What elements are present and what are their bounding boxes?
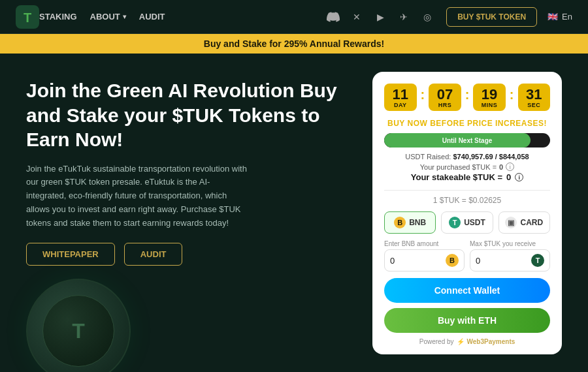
buy-tuk-button[interactable]: BUY $TUK TOKEN	[446, 7, 537, 27]
telegram-icon[interactable]: ✈	[397, 10, 411, 24]
instagram-icon[interactable]: ◎	[420, 10, 434, 24]
purchased-row: Your purchased $TUK = 0 i	[384, 163, 550, 171]
twitter-icon[interactable]: ✕	[350, 10, 364, 24]
flag-icon: 🇬🇧	[547, 12, 558, 22]
tuk-input-label: Max $TUK you receive	[470, 240, 550, 247]
bnb-icon: B	[394, 217, 406, 228]
audit-button[interactable]: AUDIT	[124, 243, 183, 266]
countdown-sep2: :	[465, 87, 470, 102]
tab-bnb[interactable]: B BNB	[384, 211, 436, 234]
hero-title: Join the Green AI Revolution Buy and Sta…	[26, 78, 346, 152]
countdown-sep3: :	[510, 87, 514, 102]
youtube-icon[interactable]: ▶	[373, 10, 387, 24]
progress-bar-container: Until Next Stage	[384, 133, 550, 147]
social-icons: ✕ ▶ ✈ ◎	[326, 10, 434, 24]
token-tabs: B BNB T USDT ▣ CARD	[384, 211, 550, 234]
bnb-input-group: Enter BNB amount B	[384, 240, 465, 271]
chevron-down-icon: ▾	[123, 13, 126, 20]
nav-links: STAKING ABOUT ▾ AUDIT	[39, 12, 326, 22]
navbar: T STAKING ABOUT ▾ AUDIT ✕ ▶ ✈ ◎ BUY $TUK…	[0, 0, 588, 34]
exchange-rate: 1 $TUK = $0.02625	[384, 196, 550, 205]
nav-staking[interactable]: STAKING	[39, 12, 77, 22]
countdown-hrs: 07 HRS	[429, 84, 461, 111]
buy-with-eth-button[interactable]: Buy with ETH	[384, 308, 550, 333]
bnb-input[interactable]	[390, 256, 443, 266]
card-icon: ▣	[505, 217, 517, 228]
nav-audit[interactable]: AUDIT	[139, 12, 165, 22]
hero-section: Join the Green AI Revolution Buy and Sta…	[26, 72, 346, 369]
tab-card[interactable]: ▣ CARD	[498, 211, 550, 234]
web3payments-link[interactable]: Web3Payments	[467, 338, 515, 345]
hero-buttons: WHITEPAPER AUDIT	[26, 243, 346, 266]
logo-icon[interactable]: T	[16, 5, 39, 29]
countdown-mins: 19 MINS	[473, 84, 506, 111]
hero-description: Join the eTukTuk sustainable transportat…	[26, 163, 248, 230]
countdown-sec: 31 SEC	[518, 84, 551, 111]
tuk-input-group: Max $TUK you receive T	[470, 240, 550, 271]
tuk-input-wrap: T	[470, 249, 550, 271]
powered-by: Powered by ⚡ Web3Payments	[384, 338, 550, 345]
buy-now-label: BUY NOW BEFORE PRICE INCREASES!	[384, 119, 550, 128]
nav-about[interactable]: ABOUT ▾	[90, 12, 126, 22]
lightning-icon: ⚡	[457, 338, 465, 345]
presale-widget: 11 DAY : 07 HRS : 19 MINS : 31 SEC BUY N…	[372, 72, 562, 354]
connect-wallet-button[interactable]: Connect Wallet	[384, 278, 550, 303]
purchased-info-icon[interactable]: i	[506, 163, 514, 171]
divider-1	[384, 190, 550, 191]
whitepaper-button[interactable]: WHITEPAPER	[26, 243, 115, 266]
discord-icon[interactable]	[326, 10, 340, 24]
stakeable-row: Your stakeable $TUK = 0 i	[384, 172, 550, 182]
amount-inputs: Enter BNB amount B Max $TUK you receive …	[384, 240, 550, 271]
announcement-banner: Buy and Stake for 295% Annual Rewards!	[0, 34, 588, 54]
svg-text:T: T	[24, 10, 31, 25]
coin-inner: T	[42, 295, 114, 367]
progress-label: Until Next Stage	[384, 133, 550, 147]
bnb-coin-icon: B	[446, 254, 459, 267]
raised-amount: USDT Raised: $740,957.69 / $844,058	[384, 153, 550, 161]
stakeable-info-icon[interactable]: i	[515, 173, 523, 181]
main-content: Join the Green AI Revolution Buy and Sta…	[0, 54, 588, 369]
language-selector[interactable]: 🇬🇧 En	[547, 12, 572, 22]
coin-visual: T	[26, 279, 131, 372]
bnb-input-label: Enter BNB amount	[384, 240, 465, 247]
tab-usdt[interactable]: T USDT	[441, 211, 493, 234]
countdown-day: 11 DAY	[384, 84, 417, 111]
tuk-coin-icon: T	[531, 254, 544, 267]
tuk-input[interactable]	[476, 256, 529, 266]
bnb-input-wrap: B	[384, 249, 465, 271]
countdown-sep1: :	[421, 87, 425, 102]
countdown-timer: 11 DAY : 07 HRS : 19 MINS : 31 SEC	[384, 84, 550, 111]
usdt-icon: T	[449, 217, 461, 228]
coin-t-icon: T	[72, 319, 85, 343]
